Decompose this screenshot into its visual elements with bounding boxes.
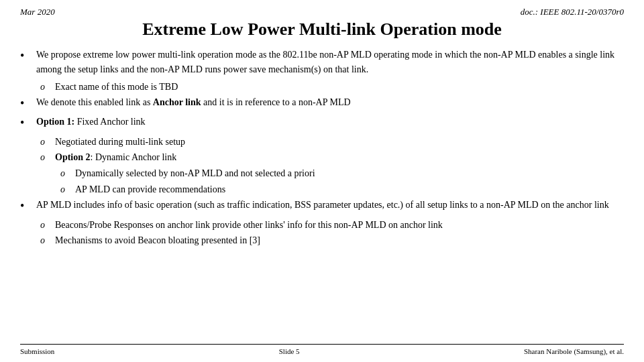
sub-symbol-1-1: o — [40, 80, 55, 94]
footer-submission: Submission — [20, 347, 54, 355]
sub-symbol-4-1: o — [60, 166, 75, 180]
bullet-text-3: Option 1: Fixed Anchor link — [36, 115, 624, 129]
header: Mar 2020 doc.: IEEE 802.11-20/0370r0 — [20, 7, 624, 17]
bullet-3: • Option 1: Fixed Anchor link — [20, 115, 624, 131]
footer: Submission Slide 5 Sharan Naribole (Sams… — [20, 344, 624, 355]
slide-content: • We propose extreme low power multi-lin… — [20, 48, 624, 341]
sub-text-4-1: Dynamically selected by non-AP MLD and n… — [75, 166, 624, 181]
sub-text-4-2: AP MLD can provide recommendations — [75, 182, 624, 197]
sub-symbol-5-1: o — [40, 218, 55, 232]
sub-4-1: o Dynamically selected by non-AP MLD and… — [60, 166, 624, 181]
sub-symbol-4-2: o — [60, 182, 75, 196]
bullet-symbol-4: o — [40, 150, 55, 164]
bullet-1: • We propose extreme low power multi-lin… — [20, 48, 624, 76]
bullet-symbol-3: • — [20, 115, 34, 131]
bullet-5: • AP MLD includes info of basic operatio… — [20, 198, 624, 215]
bullet-symbol-1: • — [20, 48, 34, 64]
sub-5-2: o Mechanisms to avoid Beacon bloating pr… — [40, 233, 624, 248]
bullet-text-2: We denote this enabled link as Anchor li… — [36, 95, 624, 110]
sub-symbol-5-2: o — [40, 233, 55, 247]
sub-text-5-1: Beacons/Probe Responses on anchor link p… — [55, 218, 624, 233]
sub-1-1: o Exact name of this mode is TBD — [40, 80, 624, 95]
header-doc: doc.: IEEE 802.11-20/0370r0 — [521, 7, 624, 17]
sub-text-5-2: Mechanisms to avoid Beacon bloating pres… — [55, 233, 624, 248]
bullet-text-5: AP MLD includes info of basic operation … — [36, 198, 624, 213]
sub-symbol-3-1: o — [40, 135, 55, 149]
bullet-4: o Option 2: Dynamic Anchor link — [40, 150, 624, 165]
sub-5-1: o Beacons/Probe Responses on anchor link… — [40, 218, 624, 233]
bullet-symbol-5: • — [20, 198, 34, 215]
slide: Mar 2020 doc.: IEEE 802.11-20/0370r0 Ext… — [0, 0, 644, 362]
bullet-symbol-2: • — [20, 95, 34, 112]
bullet-2: • We denote this enabled link as Anchor … — [20, 95, 624, 112]
footer-author: Sharan Naribole (Samsung), et al. — [524, 347, 624, 355]
sub-3-1: o Negotiated during multi-link setup — [40, 135, 624, 149]
sub-text-3-1: Negotiated during multi-link setup — [55, 135, 624, 149]
slide-title: Extreme Low Power Multi-link Operation m… — [20, 19, 624, 40]
footer-slide: Slide 5 — [279, 347, 300, 355]
bullet-text-1: We propose extreme low power multi-link … — [36, 48, 624, 76]
sub-4-2: o AP MLD can provide recommendations — [60, 182, 624, 197]
bullet-text-4: Option 2: Dynamic Anchor link — [55, 150, 624, 165]
sub-text-1-1: Exact name of this mode is TBD — [55, 80, 624, 95]
header-date: Mar 2020 — [20, 7, 55, 17]
